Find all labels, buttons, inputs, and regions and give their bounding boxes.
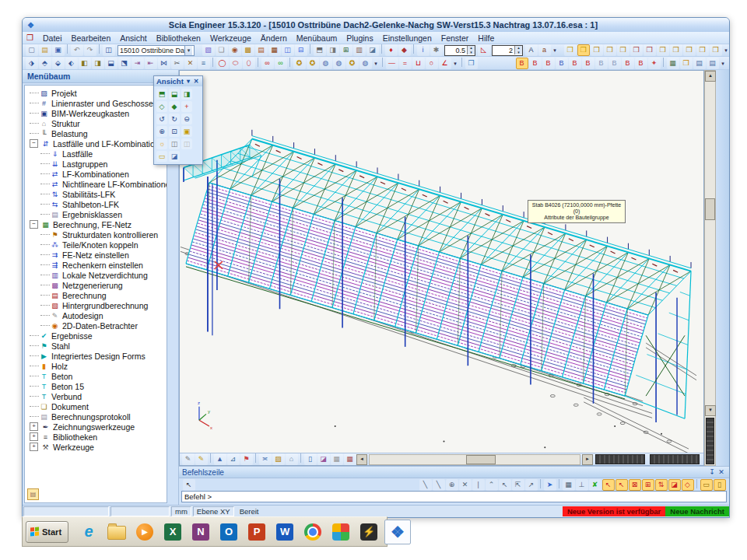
- grid-snap-icon[interactable]: ▦: [563, 479, 575, 491]
- taskbar-pinwheel-icon[interactable]: [328, 520, 353, 544]
- render-shaded-icon[interactable]: ◫: [181, 138, 192, 149]
- grid-settings-icon[interactable]: ▦: [331, 453, 343, 465]
- view-layout-10-icon[interactable]: ❒: [683, 44, 696, 56]
- menu-einstellungen[interactable]: Einstellungen: [378, 33, 437, 43]
- tree-item-lf-kombinationen[interactable]: ⇄LF-Kombinationen: [25, 169, 167, 179]
- tree-item-lastfälle[interactable]: ⇓Lastfälle: [25, 149, 167, 159]
- menu-hilfe[interactable]: Hilfe: [473, 33, 499, 43]
- view-layout-2-icon[interactable]: ❒: [577, 44, 590, 56]
- trim-icon[interactable]: ⬔: [118, 58, 131, 69]
- tree-item-nichtlineare-lf-kombinationen[interactable]: ⇄Nichtlineare LF-Kombinationen: [25, 179, 167, 189]
- picture-gallery-icon[interactable]: ▦: [268, 44, 281, 56]
- select-polygon-icon[interactable]: ⬭: [230, 58, 242, 69]
- pan-slider-vertical[interactable]: [706, 418, 714, 464]
- table-output-icon[interactable]: ⊞: [340, 44, 352, 56]
- save-view-icon[interactable]: ▦: [667, 58, 679, 69]
- view-parameters-icon[interactable]: ◪: [169, 151, 180, 162]
- zoom-out-icon[interactable]: ⊖: [181, 114, 192, 124]
- dropdown-arrow-icon[interactable]: ▾: [723, 44, 729, 56]
- view-x-icon[interactable]: ⬒: [156, 89, 167, 100]
- view-layout-9-icon[interactable]: ❒: [670, 44, 682, 56]
- tree-item-werkzeuge[interactable]: +⚒Werkzeuge: [25, 442, 167, 452]
- undo-icon[interactable]: ↶: [71, 44, 83, 56]
- move-icon[interactable]: ⬗: [26, 58, 38, 69]
- cross-section-del-icon[interactable]: B: [622, 58, 634, 69]
- dropdown-arrow-icon[interactable]: ▾: [452, 58, 459, 69]
- cross-section-lock-icon[interactable]: B: [556, 58, 568, 69]
- clipping-box-icon[interactable]: ▭: [156, 151, 167, 162]
- palette-close-icon[interactable]: ✕: [192, 78, 200, 85]
- cursor-snap-icon[interactable]: ➤: [544, 479, 556, 491]
- render-wireframe-icon[interactable]: ◫: [169, 138, 180, 149]
- taskbar-excel-icon[interactable]: X: [160, 520, 185, 544]
- font-scale-icon[interactable]: A: [525, 44, 538, 56]
- snap-line-icon[interactable]: ╲: [419, 479, 432, 491]
- new-project-icon[interactable]: ▢: [26, 44, 38, 56]
- tree-item-bibliotheken[interactable]: +≡Bibliotheken: [25, 432, 167, 442]
- snap-segment-icon[interactable]: ╲: [433, 479, 445, 491]
- join-icon[interactable]: ⋈: [158, 58, 170, 69]
- tree-item-zeichnungswerkzeuge[interactable]: +✒Zeichnungswerkzeuge: [25, 422, 167, 432]
- vscroll-up-button[interactable]: ▲: [705, 71, 716, 82]
- taskbar-outlook-icon[interactable]: O: [216, 520, 241, 544]
- tree-expander-icon[interactable]: +: [30, 432, 38, 441]
- tree-item-integriertes-design-forms[interactable]: ▶Integriertes Design Forms: [25, 351, 167, 361]
- tree-expander-icon[interactable]: +: [30, 443, 38, 451]
- snap-endpoint-icon[interactable]: ↖: [499, 479, 511, 491]
- break-icon[interactable]: ⇤: [145, 58, 157, 69]
- cross-section-copy-icon[interactable]: B: [595, 58, 608, 69]
- view-layout-1-icon[interactable]: ❒: [564, 44, 577, 56]
- tree-item-teile-knoten-koppeln[interactable]: ⁂Teile/Knoten koppeln: [25, 240, 167, 250]
- doc-page-1-icon[interactable]: ▯: [304, 453, 317, 465]
- stretch-icon[interactable]: ⬖: [65, 58, 78, 69]
- snap-angle-icon[interactable]: ⌃: [486, 479, 498, 491]
- tree-panel-bottom-icon[interactable]: ▤: [27, 488, 39, 500]
- tree-item-berechnung[interactable]: ▤Berechnung: [25, 290, 167, 300]
- doc-view-2-icon[interactable]: ▤: [707, 58, 719, 69]
- snap-ortho-icon[interactable]: ∣: [472, 479, 485, 491]
- tree-expander-icon[interactable]: +: [30, 422, 38, 431]
- point-snap-icon[interactable]: ⊥: [576, 479, 588, 491]
- view-layout-6-icon[interactable]: ❒: [630, 44, 643, 56]
- scale-icon[interactable]: ⬓: [105, 58, 117, 69]
- start-button[interactable]: Start: [26, 521, 68, 543]
- vscroll-down-button[interactable]: ▼: [705, 405, 716, 416]
- rotate-right-icon[interactable]: ↻: [169, 114, 180, 124]
- calculator-icon[interactable]: ♦: [385, 44, 398, 56]
- taskbar-explorer-icon[interactable]: [104, 520, 129, 544]
- taskbar-word-icon[interactable]: W: [272, 520, 297, 544]
- view-layout-7-icon[interactable]: ❒: [644, 44, 656, 56]
- tree-item-fe-netz-einstellen[interactable]: ⇉FE-Netz einstellen: [25, 250, 167, 260]
- document-icon[interactable]: ▥: [353, 44, 366, 56]
- mesh-view-icon[interactable]: ▦: [344, 453, 356, 465]
- tree-item-2d-daten-betrachter[interactable]: ◉2D-Daten-Betrachter: [25, 320, 167, 331]
- zoom-window-icon[interactable]: ⊡: [169, 126, 180, 137]
- cross-section-edit-icon[interactable]: B: [542, 58, 555, 69]
- dropdown-arrow-icon[interactable]: ▾: [720, 58, 727, 69]
- view-layout-4-icon[interactable]: ❒: [604, 44, 616, 56]
- window-split-h-icon[interactable]: ◫: [282, 44, 294, 56]
- cross-section-calc-icon[interactable]: B: [582, 58, 594, 69]
- mirror-icon[interactable]: ◧: [79, 58, 91, 69]
- tree-item-linienraster-und-geschosse[interactable]: #Linienraster und Geschosse: [25, 98, 167, 108]
- tree-item-autodesign[interactable]: ✎Autodesign: [25, 310, 167, 320]
- snap-box-icon[interactable]: ⊠: [629, 479, 641, 491]
- dropdown-arrow-icon[interactable]: ▾: [552, 44, 559, 56]
- draw-parallel-icon[interactable]: =: [399, 58, 412, 69]
- zoom-all-icon[interactable]: ▣: [181, 126, 192, 137]
- copy-icon[interactable]: ⬘: [39, 58, 51, 69]
- save-icon[interactable]: ▣: [52, 44, 65, 56]
- taskbar-ie-icon[interactable]: e: [76, 520, 101, 544]
- taskbar-scia-icon[interactable]: ❖: [384, 520, 411, 544]
- hscroll-right-button[interactable]: ►: [582, 454, 593, 465]
- cross-section-check-icon[interactable]: B: [608, 58, 621, 69]
- view-axo-icon[interactable]: ◇: [156, 101, 167, 112]
- menu-ändern[interactable]: Ändern: [256, 33, 292, 43]
- cross-section-list-icon[interactable]: B: [569, 58, 581, 69]
- line-grid-icon[interactable]: ▯: [714, 479, 726, 491]
- tree-item-netzgenerierung[interactable]: ▩Netzgenerierung: [25, 280, 167, 290]
- tree-item-strukturdaten-kontrollieren[interactable]: ⚑Strukturdaten kontrollieren: [25, 229, 167, 240]
- paste-icon[interactable]: ▤: [255, 44, 268, 56]
- draw-angle-icon[interactable]: ∠: [439, 58, 451, 69]
- zoom-in-icon[interactable]: ⊕: [156, 126, 167, 137]
